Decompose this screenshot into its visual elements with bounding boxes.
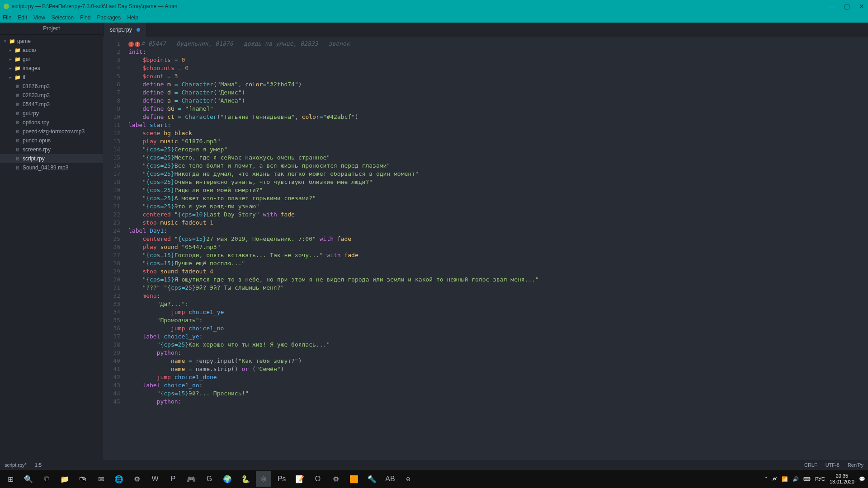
tree-arrow-icon: ▸: [8, 66, 13, 70]
taskbar-win-icon[interactable]: ⊞: [3, 471, 18, 487]
window-titlebar: script.rpy — B:\РенПи\renpy-7.3.0-sdk\La…: [0, 0, 868, 13]
file-icon: [14, 111, 21, 116]
taskbar-search-icon[interactable]: 🔍: [21, 471, 36, 487]
tree-file-poezd-vizg-tormozov-mp3[interactable]: poezd-vizg-tormozov.mp3: [0, 127, 103, 136]
file-icon: [14, 156, 21, 161]
taskbar-mail-icon[interactable]: ✉: [93, 471, 108, 487]
menu-packages[interactable]: Packages: [97, 14, 121, 21]
editor-tabs: script.rpy: [103, 23, 868, 37]
file-icon: [14, 93, 21, 98]
file-icon: [14, 138, 21, 143]
file-icon: [14, 84, 21, 89]
tree-file-options-rpy[interactable]: options.rpy: [0, 118, 103, 127]
tree-file-05447-mp3[interactable]: 05447.mp3: [0, 100, 103, 109]
tree-folder-audio[interactable]: ▸audio: [0, 46, 103, 55]
status-filename[interactable]: script.rpy*: [5, 462, 27, 468]
folder-icon: [14, 47, 21, 53]
tray-notifications-icon[interactable]: 💬: [859, 476, 865, 482]
tab-label: script.rpy: [110, 27, 132, 33]
status-eol[interactable]: CRLF: [804, 462, 817, 468]
menu-edit[interactable]: Edit: [18, 14, 27, 21]
taskbar-photoshop-icon[interactable]: Ps: [274, 471, 289, 487]
tray-language[interactable]: РУС: [815, 476, 825, 482]
project-sidebar: Project ▾game▸audio▸gui▸images▸tl01876.m…: [0, 23, 103, 460]
code-editor[interactable]: !!# 05447 - будильник, 01876 - дождь на …: [125, 37, 868, 460]
taskbar-globe-icon[interactable]: 🌍: [220, 471, 235, 487]
tree-root[interactable]: ▾game: [0, 37, 103, 46]
menu-view[interactable]: View: [33, 14, 45, 21]
file-icon: [14, 147, 21, 152]
tree-arrow-icon: ▾: [3, 39, 7, 43]
status-cursor-pos[interactable]: 1:5: [35, 462, 42, 468]
tree-folder-images[interactable]: ▸images: [0, 64, 103, 73]
editor-area: script.rpy 12345678910111213141516171819…: [103, 23, 868, 460]
menu-selection[interactable]: Selection: [52, 14, 74, 21]
tree-arrow-icon: ▸: [8, 57, 13, 61]
menu-find[interactable]: Find: [80, 14, 90, 21]
file-icon: [14, 120, 21, 125]
taskbar-discord-icon[interactable]: 🎮: [184, 471, 199, 487]
minimize-button[interactable]: —: [829, 3, 835, 10]
tree-arrow-icon: ▸: [8, 48, 13, 52]
taskbar-atom-icon[interactable]: ⚛: [256, 471, 271, 487]
taskbar-word-icon[interactable]: W: [147, 471, 163, 487]
status-encoding[interactable]: UTF-8: [826, 462, 840, 468]
statusbar: script.rpy* 1:5 CRLF UTF-8 Ren'Py: [0, 460, 868, 470]
tab-scriptrpy[interactable]: script.rpy: [104, 23, 147, 37]
folder-icon: [14, 66, 21, 71]
taskbar-grammarly-icon[interactable]: G: [202, 471, 217, 487]
tray-wifi-icon[interactable]: 📶: [782, 476, 788, 482]
menubar: File Edit View Selection Find Packages H…: [0, 13, 868, 23]
folder-icon: [14, 56, 21, 62]
file-icon: [14, 165, 21, 170]
tray-chevron-up-icon[interactable]: ˄: [765, 476, 768, 482]
tree-file-01876-mp3[interactable]: 01876.mp3: [0, 82, 103, 91]
close-button[interactable]: ✕: [859, 3, 864, 10]
tray-clock[interactable]: 20:35 13.01.2020: [830, 473, 854, 485]
tree-file-punch-opus[interactable]: punch.opus: [0, 136, 103, 145]
taskbar-explorer-icon[interactable]: 📁: [57, 471, 72, 487]
tree-file-Sound_04189-mp3[interactable]: Sound_04189.mp3: [0, 163, 103, 172]
folder-icon: [14, 75, 21, 80]
tree-file-gui-rpy[interactable]: gui.rpy: [0, 109, 103, 118]
taskbar-abnet-icon[interactable]: AB: [382, 471, 398, 487]
window-title: script.rpy — B:\РенПи\renpy-7.3.0-sdk\La…: [12, 3, 177, 9]
tree-file-screens-rpy[interactable]: screens.rpy: [0, 145, 103, 154]
folder-icon: [9, 38, 15, 44]
taskbar-opera-icon[interactable]: O: [310, 471, 326, 487]
tree-folder-tl[interactable]: ▸tl: [0, 73, 103, 82]
tree-file-02833-mp3[interactable]: 02833.mp3: [0, 91, 103, 100]
atom-icon: [4, 4, 9, 9]
taskbar-renpy-icon[interactable]: 🐍: [238, 471, 253, 487]
tree-arrow-icon: ▸: [8, 75, 13, 80]
tray-ime-icon[interactable]: ⌨: [803, 476, 811, 482]
system-tray: ˄ 🗲 📶 🔊 ⌨ РУС 20:35 13.01.2020 💬: [765, 473, 865, 485]
taskbar-notes-icon[interactable]: 📝: [292, 471, 307, 487]
taskbar-powerpoint-icon[interactable]: P: [165, 471, 181, 487]
taskbar-settings-icon[interactable]: ⚙: [328, 471, 344, 487]
tab-dirty-icon: [137, 28, 140, 32]
taskbar-steam-icon[interactable]: ⚙: [129, 471, 145, 487]
taskbar-sublime-icon[interactable]: 🟧: [346, 471, 362, 487]
taskbar-edge-icon[interactable]: e: [401, 471, 416, 487]
status-language[interactable]: Ren'Py: [848, 462, 863, 468]
taskbar-taskview-icon[interactable]: ⧉: [39, 471, 54, 487]
file-icon: [14, 129, 21, 134]
tray-battery-icon[interactable]: 🗲: [772, 476, 777, 482]
taskbar-store-icon[interactable]: 🛍: [75, 471, 90, 487]
maximize-button[interactable]: ▢: [844, 3, 850, 10]
tray-volume-icon[interactable]: 🔊: [793, 476, 799, 482]
windows-taskbar: ⊞🔍⧉📁🛍✉🌐⚙WP🎮G🌍🐍⚛Ps📝O⚙🟧🔦ABe ˄ 🗲 📶 🔊 ⌨ РУС …: [0, 470, 868, 488]
taskbar-chrome-icon[interactable]: 🌐: [111, 471, 127, 487]
file-icon: [14, 102, 21, 107]
sidebar-header: Project: [0, 23, 103, 35]
menu-file[interactable]: File: [3, 14, 11, 21]
taskbar-torch-icon[interactable]: 🔦: [364, 471, 380, 487]
menu-help[interactable]: Help: [127, 14, 138, 21]
line-number-gutter: 1234567891011121314151617181920212223242…: [103, 37, 125, 460]
tree-file-script-rpy[interactable]: script.rpy: [0, 154, 103, 163]
tree-folder-gui[interactable]: ▸gui: [0, 55, 103, 64]
